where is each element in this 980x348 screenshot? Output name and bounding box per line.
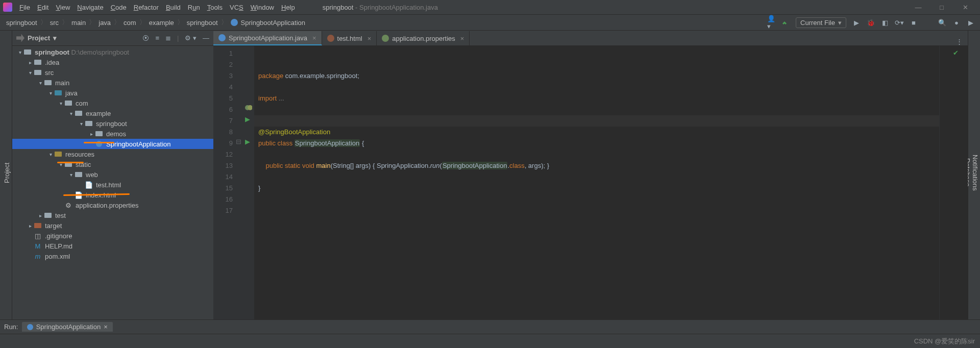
- tree-node-selected[interactable]: SpringbootApplication: [12, 139, 213, 149]
- project-view-selector[interactable]: Project: [28, 34, 57, 42]
- run-tool-window-bar: Run: SpringbootApplication ×: [0, 319, 980, 334]
- tab-springboot-app[interactable]: SpringbootApplication.java×: [213, 31, 322, 45]
- markdown-file-icon: M: [34, 242, 42, 250]
- stop-icon[interactable]: ■: [910, 18, 918, 27]
- run-gutter-icon[interactable]: ▶: [245, 138, 251, 144]
- annotation-mark: [57, 162, 84, 163]
- run-icon[interactable]: ▶: [852, 18, 861, 27]
- project-view-icon: [16, 34, 24, 42]
- run-config-selector[interactable]: Current File: [796, 17, 846, 28]
- maximize-button[interactable]: □: [930, 4, 953, 11]
- close-tab-icon[interactable]: ×: [368, 35, 372, 42]
- html-file-icon: [327, 35, 334, 42]
- expand-all-icon[interactable]: ≡: [155, 34, 159, 42]
- debug-icon[interactable]: 🐞: [867, 18, 875, 27]
- coverage-icon[interactable]: ◧: [881, 18, 889, 27]
- close-tab-icon[interactable]: ×: [312, 34, 316, 42]
- watermark-text: CSDN @爱笑的陈sir: [914, 337, 975, 346]
- project-toolwindow-stripe[interactable]: Project: [3, 35, 11, 311]
- menu-help[interactable]: Help: [281, 4, 295, 11]
- tabs-menu-icon[interactable]: ⋮: [951, 38, 968, 45]
- code-editor[interactable]: 123456789121314151617 ▶ ▶ ⊟ package com.…: [213, 46, 968, 319]
- close-tab-icon[interactable]: ×: [460, 35, 464, 42]
- java-class-icon: [218, 34, 226, 41]
- project-tree[interactable]: ▾springboot D:\demo\springboot ▸.idea ▾s…: [12, 46, 213, 319]
- user-icon[interactable]: 👤▾: [767, 18, 775, 27]
- locate-icon[interactable]: ⦿: [142, 34, 149, 42]
- class-icon: [231, 19, 238, 26]
- code-text[interactable]: package com.example.springboot; import .…: [254, 46, 939, 319]
- menu-vcs[interactable]: VCS: [230, 4, 243, 11]
- menu-code[interactable]: Code: [111, 4, 127, 11]
- window-title: springboot - SpringbootApplication.java: [323, 4, 438, 11]
- editor-area: SpringbootApplication.java× test.html× a…: [213, 31, 968, 319]
- menu-file[interactable]: File: [19, 4, 30, 11]
- menu-edit[interactable]: Edit: [37, 4, 48, 11]
- build-hammer-icon[interactable]: [781, 18, 790, 27]
- gutter-marks[interactable]: ▶ ▶ ⊟: [242, 46, 254, 319]
- hide-icon[interactable]: —: [203, 34, 209, 42]
- right-toolwindow-bar: Notifications Database Maven: [968, 31, 980, 319]
- tab-app-properties[interactable]: application.properties×: [377, 31, 470, 45]
- breadcrumb[interactable]: springboot〉 src〉 main〉 java〉 com〉 exampl…: [5, 18, 306, 27]
- collapse-all-icon[interactable]: ≣: [165, 34, 171, 42]
- close-button[interactable]: ✕: [953, 4, 977, 11]
- navigation-bar: springboot〉 src〉 main〉 java〉 com〉 exampl…: [0, 14, 980, 31]
- notifications-stripe[interactable]: Notifications: [971, 34, 979, 311]
- ide-update-icon[interactable]: ●: [952, 18, 961, 27]
- properties-file-icon: ⚙: [64, 202, 72, 209]
- menu-window[interactable]: Window: [251, 4, 274, 11]
- close-run-tab-icon[interactable]: ×: [104, 323, 108, 331]
- html-file-icon: 📄: [85, 181, 93, 188]
- caret-line-highlight: [254, 115, 939, 127]
- java-class-icon: [27, 324, 33, 330]
- profile-icon[interactable]: ⟳▾: [895, 18, 903, 27]
- run-label: Run:: [4, 323, 18, 331]
- right-gutter: ✔: [939, 46, 968, 319]
- analysis-ok-icon[interactable]: ✔: [953, 49, 959, 57]
- editor-tabs: SpringbootApplication.java× test.html× a…: [213, 31, 968, 46]
- app-logo-icon: [3, 3, 12, 12]
- run-gutter-icon[interactable]: ▶: [245, 115, 251, 121]
- tab-test-html[interactable]: test.html×: [322, 31, 377, 45]
- menu-navigate[interactable]: Navigate: [77, 4, 103, 11]
- settings-icon[interactable]: ⚙ ▾: [185, 34, 197, 42]
- run-tab[interactable]: SpringbootApplication ×: [22, 322, 113, 332]
- gitignore-file-icon: ◫: [34, 232, 42, 239]
- spacer: [924, 18, 932, 27]
- minimize-button[interactable]: —: [906, 4, 930, 11]
- left-toolwindow-bar: Project: [0, 31, 12, 319]
- annotation-mark: [84, 142, 114, 143]
- properties-file-icon: [382, 35, 389, 42]
- status-bar: CSDN @爱笑的陈sir: [0, 334, 980, 348]
- search-icon[interactable]: 🔍: [938, 18, 946, 27]
- project-panel: Project ⦿ ≡ ≣ | ⚙ ▾ — ▾springboot D:\dem…: [12, 31, 213, 319]
- menu-view[interactable]: View: [56, 4, 70, 11]
- maven-file-icon: m: [34, 253, 42, 260]
- menu-bar: File Edit View Navigate Code Refactor Bu…: [0, 0, 980, 14]
- menu-tools[interactable]: Tools: [207, 4, 223, 11]
- menu-run[interactable]: Run: [188, 4, 200, 11]
- ai-assist-icon[interactable]: ▶: [967, 18, 975, 27]
- menu-refactor[interactable]: Refactor: [134, 4, 159, 11]
- menu-build[interactable]: Build: [166, 4, 181, 11]
- line-number-gutter: 123456789121314151617: [213, 46, 242, 319]
